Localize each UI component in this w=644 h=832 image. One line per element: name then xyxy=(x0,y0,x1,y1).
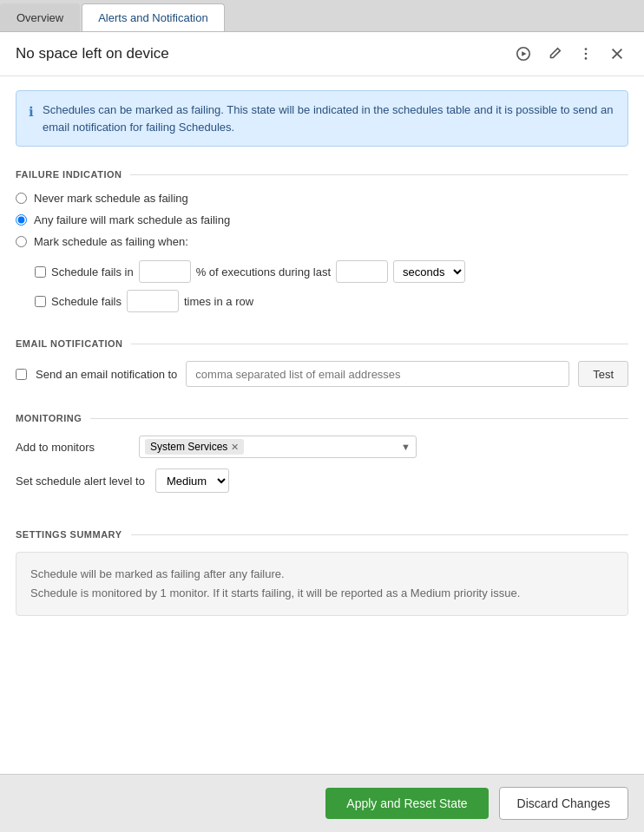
settings-summary-section: SETTINGS SUMMARY Schedule will be marked… xyxy=(0,521,644,633)
radio-never-row: Never mark schedule as failing xyxy=(16,192,628,205)
section-divider xyxy=(130,174,628,175)
condition2-checkbox[interactable] xyxy=(35,296,46,307)
monitoring-title: MONITORING xyxy=(16,413,90,423)
monitoring-section: MONITORING Add to monitors System Servic… xyxy=(0,404,644,521)
email-row: Send an email notification to Test xyxy=(16,361,628,387)
tabs-bar: Overview Alerts and Notification xyxy=(0,0,644,32)
page-title: No space left on device xyxy=(16,45,512,62)
settings-summary-title: SETTINGS SUMMARY xyxy=(16,529,131,540)
section-divider-summary xyxy=(131,534,629,535)
svg-point-3 xyxy=(585,53,588,56)
more-button[interactable] xyxy=(575,44,597,63)
info-text: Schedules can be marked as failing. This… xyxy=(43,102,615,135)
tab-alerts[interactable]: Alerts and Notification xyxy=(82,3,224,31)
monitor-tag: System Services ✕ xyxy=(145,439,244,455)
monitoring-header: MONITORING xyxy=(16,413,628,423)
footer: Apply and Reset State Discard Changes xyxy=(0,774,644,832)
email-checkbox[interactable] xyxy=(16,369,27,380)
monitor-tag-remove[interactable]: ✕ xyxy=(231,442,239,453)
failure-indication-header: FAILURE INDICATION xyxy=(16,169,628,180)
title-bar: No space left on device xyxy=(0,32,644,76)
add-monitors-row: Add to monitors System Services ✕ ▼ xyxy=(16,436,628,458)
email-label: Send an email notification to xyxy=(36,368,177,381)
failure-radio-group: Never mark schedule as failing Any failu… xyxy=(16,192,628,248)
info-icon: ℹ xyxy=(29,102,34,122)
section-divider-monitoring xyxy=(90,418,628,419)
apply-reset-button[interactable]: Apply and Reset State xyxy=(325,788,488,819)
radio-any-label[interactable]: Any failure will mark schedule as failin… xyxy=(34,213,230,226)
condition1-time-select[interactable]: seconds minutes hours xyxy=(393,260,465,283)
info-banner: ℹ Schedules can be marked as failing. Th… xyxy=(16,90,628,147)
svg-point-2 xyxy=(585,48,588,50)
condition1-label1: Schedule fails in xyxy=(51,265,134,278)
svg-point-4 xyxy=(585,57,588,60)
summary-line2: Schedule is monitored by 1 monitor. If i… xyxy=(30,584,614,603)
summary-line1: Schedule will be marked as failing after… xyxy=(30,565,614,584)
alert-level-row: Set schedule alert level to Low Medium H… xyxy=(16,468,628,493)
radio-any[interactable] xyxy=(16,214,27,226)
alert-level-select[interactable]: Low Medium High xyxy=(155,468,229,493)
main-content: No space left on device xyxy=(0,32,644,774)
radio-any-row: Any failure will mark schedule as failin… xyxy=(16,213,628,226)
title-actions xyxy=(512,44,628,63)
alert-level-label: Set schedule alert level to xyxy=(16,475,145,488)
test-button[interactable]: Test xyxy=(578,361,628,387)
add-monitors-label: Add to monitors xyxy=(16,441,128,454)
condition-rows: Schedule fails in % of executions during… xyxy=(35,260,628,312)
monitor-tag-label: System Services xyxy=(150,441,227,453)
email-notification-section: EMAIL NOTIFICATION Send an email notific… xyxy=(0,330,644,404)
email-notification-title: EMAIL NOTIFICATION xyxy=(16,338,131,349)
monitors-select-container[interactable]: System Services ✕ ▼ xyxy=(139,436,417,458)
email-notification-header: EMAIL NOTIFICATION xyxy=(16,338,628,349)
radio-never[interactable] xyxy=(16,193,27,204)
pencil-icon xyxy=(547,46,562,62)
tab-overview[interactable]: Overview xyxy=(0,3,80,31)
condition1-input2[interactable] xyxy=(336,260,388,283)
close-icon xyxy=(609,46,625,62)
play-button[interactable] xyxy=(512,44,535,63)
radio-when-label[interactable]: Mark schedule as failing when: xyxy=(34,235,188,248)
condition-row-1: Schedule fails in % of executions during… xyxy=(35,260,628,283)
radio-when-row: Mark schedule as failing when: xyxy=(16,235,628,248)
condition1-label2: % of executions during last xyxy=(196,265,331,278)
close-button[interactable] xyxy=(606,44,628,63)
summary-box: Schedule will be marked as failing after… xyxy=(16,552,628,616)
radio-when[interactable] xyxy=(16,236,27,247)
play-icon xyxy=(516,46,531,62)
section-divider-email xyxy=(131,344,628,344)
condition2-label2: times in a row xyxy=(184,295,253,308)
edit-button[interactable] xyxy=(543,44,566,63)
svg-marker-1 xyxy=(522,51,526,56)
failure-indication-title: FAILURE INDICATION xyxy=(16,169,130,180)
settings-summary-header: SETTINGS SUMMARY xyxy=(16,529,628,540)
radio-never-label[interactable]: Never mark schedule as failing xyxy=(34,192,188,205)
condition2-label: Schedule fails xyxy=(51,295,122,308)
condition-row-2: Schedule fails times in a row xyxy=(35,290,628,312)
dots-icon xyxy=(578,46,594,62)
failure-indication-section: FAILURE INDICATION Never mark schedule a… xyxy=(0,161,644,330)
monitors-dropdown-arrow[interactable]: ▼ xyxy=(401,442,411,452)
condition1-input1[interactable] xyxy=(139,260,191,283)
email-input[interactable] xyxy=(186,361,569,387)
condition2-input[interactable] xyxy=(127,290,179,312)
discard-button[interactable]: Discard Changes xyxy=(499,787,628,820)
condition1-checkbox[interactable] xyxy=(35,266,46,278)
